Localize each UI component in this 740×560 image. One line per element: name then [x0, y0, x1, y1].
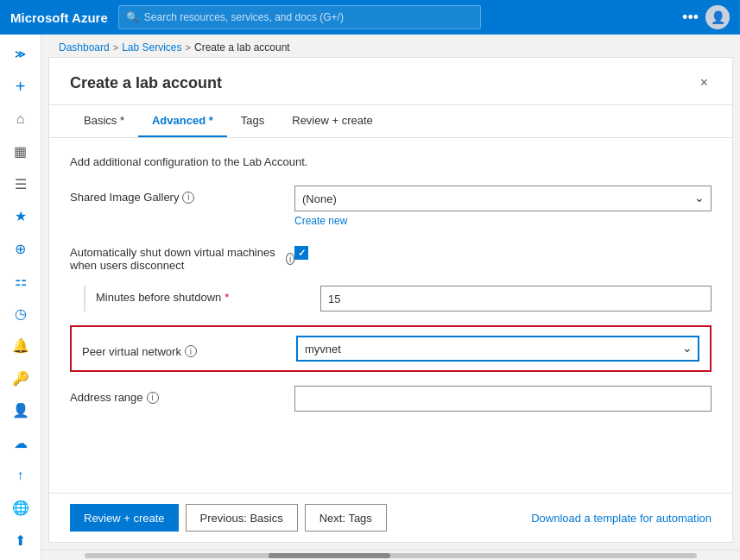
minutes-shutdown-label: Minutes before shutdown * — [96, 286, 320, 304]
shared-image-gallery-select[interactable]: (None) — [294, 186, 712, 211]
breadcrumb-current: Create a lab account — [194, 41, 290, 53]
close-button[interactable]: × — [697, 72, 712, 94]
auto-shutdown-label: Automatically shut down virtual machines… — [70, 241, 294, 272]
sidebar-item-clock[interactable]: ◷ — [0, 298, 41, 330]
tab-tags[interactable]: Tags — [227, 105, 278, 137]
sidebar-item-home[interactable]: ⌂ — [0, 103, 41, 135]
address-range-text: Address range — [70, 391, 143, 404]
shared-image-gallery-info-icon[interactable]: i — [182, 192, 194, 204]
shared-image-gallery-text: Shared Image Gallery — [70, 191, 179, 204]
tabs: Basics * Advanced * Tags Review + create — [49, 105, 732, 138]
panel-footer: Review + create Previous: Basics Next: T… — [49, 493, 732, 542]
breadcrumb-labservices[interactable]: Lab Services — [122, 41, 181, 53]
auto-shutdown-text: Automatically shut down virtual machines… — [70, 246, 282, 272]
shared-image-gallery-control: (None) Create new — [294, 186, 712, 227]
auto-shutdown-row: Automatically shut down virtual machines… — [70, 241, 712, 272]
panel-title: Create a lab account — [70, 74, 222, 92]
peer-vnet-info-icon[interactable]: i — [185, 345, 197, 357]
address-range-control — [294, 386, 712, 412]
sidebar: ≫ + ⌂ ▦ ☰ ★ ⊕ ⚏ ◷ 🔔 🔑 👤 ☁ ↑ 🌐 ⬆ — [0, 35, 41, 560]
shared-image-gallery-label: Shared Image Gallery i — [70, 186, 294, 204]
sidebar-item-upload[interactable]: ↑ — [0, 459, 41, 492]
form-description: Add additional configuration to the Lab … — [70, 155, 712, 168]
minutes-shutdown-control — [320, 286, 712, 311]
auto-shutdown-checkbox-label — [294, 241, 712, 260]
more-options-icon[interactable]: ••• — [682, 9, 699, 27]
minutes-shutdown-row: Minutes before shutdown * — [84, 286, 712, 311]
address-range-input[interactable] — [294, 386, 712, 412]
next-button[interactable]: Next: Tags — [305, 504, 387, 532]
sidebar-item-dashboard[interactable]: ▦ — [0, 135, 41, 168]
peer-vnet-control: myvnet — [296, 336, 699, 362]
search-icon: 🔍 — [126, 11, 139, 23]
search-placeholder: Search resources, services, and docs (G+… — [144, 11, 344, 23]
content-area: Dashboard > Lab Services > Create a lab … — [41, 35, 740, 560]
sidebar-item-globe[interactable]: 🌐 — [0, 492, 41, 525]
avatar[interactable]: 👤 — [705, 5, 730, 29]
sidebar-item-favorites[interactable]: ★ — [0, 200, 41, 233]
scroll-thumb — [269, 553, 391, 558]
peer-vnet-section: Peer virtual network i myvnet — [70, 325, 712, 372]
scroll-track — [85, 553, 697, 558]
address-range-info-icon[interactable]: i — [147, 392, 159, 404]
peer-vnet-text: Peer virtual network — [82, 345, 181, 358]
topbar: Microsoft Azure 🔍 Search resources, serv… — [0, 0, 740, 35]
main-layout: ≫ + ⌂ ▦ ☰ ★ ⊕ ⚏ ◷ 🔔 🔑 👤 ☁ ↑ 🌐 ⬆ Dashboar… — [0, 35, 740, 560]
tab-review[interactable]: Review + create — [278, 105, 387, 137]
required-star: * — [225, 291, 229, 304]
sidebar-item-user[interactable]: 👤 — [0, 394, 41, 427]
topbar-right: ••• 👤 — [682, 5, 730, 29]
form-body: Add additional configuration to the Lab … — [49, 138, 732, 493]
breadcrumb: Dashboard > Lab Services > Create a lab … — [41, 35, 740, 57]
sidebar-item-bell[interactable]: 🔔 — [0, 330, 41, 362]
bottom-scrollbar[interactable] — [41, 550, 740, 560]
panel-header: Create a lab account × — [49, 58, 732, 105]
shared-image-gallery-row: Shared Image Gallery i (None) Create new — [70, 186, 712, 227]
auto-shutdown-control — [294, 241, 712, 260]
sidebar-item-deploy[interactable]: ⬆ — [0, 524, 41, 557]
auto-shutdown-checkbox[interactable] — [294, 246, 308, 260]
azure-logo: Microsoft Azure — [10, 10, 108, 25]
create-lab-panel: Create a lab account × Basics * Advanced… — [48, 57, 733, 543]
breadcrumb-sep-2: > — [186, 42, 191, 53]
sidebar-item-menu[interactable]: ☰ — [0, 167, 41, 200]
sidebar-item-cloud[interactable]: ☁ — [0, 427, 41, 460]
tab-advanced[interactable]: Advanced * — [138, 105, 227, 137]
tab-basics[interactable]: Basics * — [70, 105, 138, 137]
minutes-shutdown-text: Minutes before shutdown — [96, 291, 221, 304]
minutes-shutdown-input[interactable] — [320, 286, 712, 311]
download-template-button[interactable]: Download a template for automation — [531, 512, 712, 525]
previous-button[interactable]: Previous: Basics — [186, 504, 298, 532]
sidebar-expand[interactable]: ≫ — [0, 38, 41, 71]
search-bar[interactable]: 🔍 Search resources, services, and docs (… — [118, 5, 481, 29]
address-range-row: Address range i — [70, 386, 712, 412]
address-range-label: Address range i — [70, 386, 294, 404]
peer-vnet-label: Peer virtual network i — [82, 340, 296, 358]
peer-vnet-row: Peer virtual network i myvnet — [82, 336, 699, 362]
breadcrumb-sep-1: > — [113, 42, 118, 53]
sidebar-item-allservices[interactable]: ⚏ — [0, 265, 41, 298]
create-new-link[interactable]: Create new — [294, 215, 712, 227]
breadcrumb-dashboard[interactable]: Dashboard — [59, 41, 110, 53]
shared-image-gallery-select-wrapper: (None) — [294, 186, 712, 211]
review-create-button[interactable]: Review + create — [70, 504, 179, 532]
sidebar-add[interactable]: + — [0, 71, 41, 104]
auto-shutdown-info-icon[interactable]: i — [286, 253, 294, 265]
sidebar-item-key[interactable]: 🔑 — [0, 362, 41, 395]
sidebar-item-recent[interactable]: ⊕ — [0, 232, 41, 265]
peer-vnet-select-wrapper: myvnet — [296, 336, 699, 362]
peer-vnet-select[interactable]: myvnet — [296, 336, 699, 362]
